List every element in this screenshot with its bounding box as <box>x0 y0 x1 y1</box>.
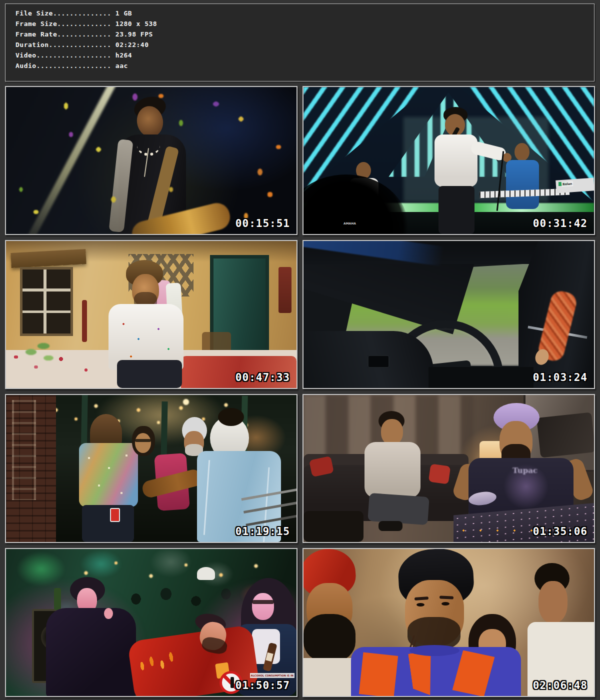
timestamp-overlay: 01:03:24 <box>533 372 588 384</box>
vignette-overlay <box>304 549 594 696</box>
media-info-sheet: { "page": { "background_color": "#343434… <box>0 0 600 700</box>
bottle-glyph <box>230 677 234 688</box>
vignette-overlay <box>6 549 296 696</box>
timestamp-overlay: 00:15:51 <box>236 218 290 230</box>
vignette-overlay <box>6 241 296 388</box>
screenshot-thumb-7: ALCOHOL CONSUMPTION IS IN 01:50:57 <box>5 548 298 697</box>
vignette-overlay <box>304 241 594 388</box>
vignette-overlay <box>6 395 296 542</box>
screenshot-thumb-1: 00:15:51 <box>5 86 298 235</box>
timestamp-overlay: 00:47:33 <box>236 372 290 384</box>
media-info-panel: File Size.............. 1 GB Frame Size.… <box>5 4 594 82</box>
frame-rate-line: Frame Rate............. 23.98 FPS <box>16 29 594 40</box>
screenshot-thumb-2: Rolan AMAHA 00:31:42 <box>302 86 595 235</box>
screenshot-grid: 00:15:51 Rolan AMAHA 00:31:42 <box>5 86 595 697</box>
timestamp-overlay: 00:31:42 <box>533 218 588 230</box>
screenshot-thumb-8: 02:06:48 <box>302 548 595 697</box>
timestamp-overlay: 01:19:15 <box>236 526 290 538</box>
audio-codec-line: Audio.................. aac <box>16 60 594 71</box>
timestamp-overlay: 01:35:06 <box>533 526 588 538</box>
screenshot-thumb-6: Tupac 01:35:06 <box>302 394 595 543</box>
screenshot-thumb-3: 00:47:33 <box>5 240 298 389</box>
duration-line: Duration............... 02:22:40 <box>16 40 594 50</box>
vignette-overlay <box>304 87 594 234</box>
frame-size-line: Frame Size............. 1280 x 538 <box>16 18 594 29</box>
screenshot-thumb-4: 01:03:24 <box>302 240 595 389</box>
file-size-line: File Size.............. 1 GB <box>16 8 594 18</box>
timestamp-overlay: 01:50:57 <box>236 680 290 692</box>
vignette-overlay <box>304 395 594 542</box>
screenshot-thumb-5: 01:19:15 <box>5 394 298 543</box>
video-codec-line: Video.................. h264 <box>16 50 594 60</box>
vignette-overlay <box>6 87 296 234</box>
timestamp-overlay: 02:06:48 <box>533 680 588 692</box>
